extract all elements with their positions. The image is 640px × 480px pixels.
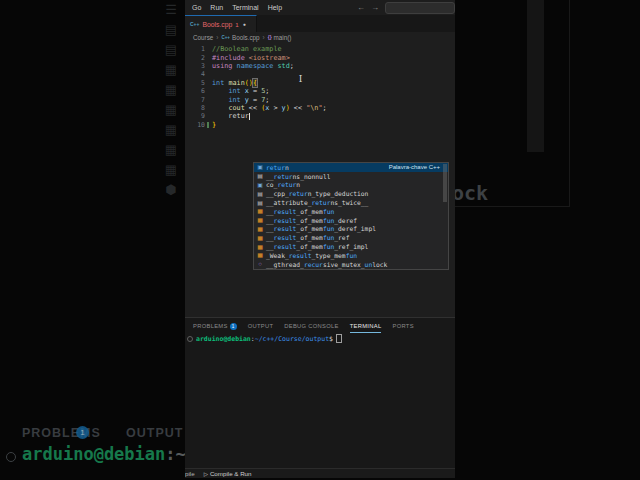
line-number: 3 [185, 62, 205, 70]
problems-badge: 1 [230, 323, 237, 330]
run-triangle-icon: ▷ [204, 471, 208, 477]
suggest-list: ▣returnPalavra-chave C++▤__returns_nonnu… [254, 163, 448, 269]
forward-arrow-icon[interactable]: → [371, 3, 379, 12]
mouse-ibeam-cursor: I [297, 75, 304, 84]
tab-debug-console[interactable]: DEBUG CONSOLE [284, 320, 338, 332]
struct-icon: ▦ [256, 234, 264, 242]
tab-output[interactable]: OUTPUT [248, 320, 274, 332]
terminal-decoration-circle-icon [187, 336, 193, 342]
tab-file-name: Bools.cpp [202, 21, 232, 28]
suggest-item[interactable]: ▦__result_of_memfun_deref_impl [254, 225, 448, 234]
breadcrumb-file[interactable]: Bools.cpp [232, 34, 260, 41]
status-item-partial[interactable]: pile [185, 470, 195, 477]
struct-icon: ▦ [256, 225, 264, 233]
nav-arrows: ← → [357, 2, 455, 14]
code-line[interactable]: 1//Boolean example [185, 45, 455, 53]
code-line[interactable]: 6 int x = 5; [185, 87, 455, 95]
tab-output-label: OUTPUT [248, 323, 274, 329]
line-number: 4 [185, 70, 205, 78]
suggest-item[interactable]: ▤__returns_nonnull [254, 172, 448, 181]
tab-debug-console-label: DEBUG CONSOLE [284, 323, 338, 329]
suggest-item[interactable]: ▦__result_of_memfun [254, 207, 448, 216]
command-center-searchbox[interactable] [385, 2, 455, 14]
suggest-item[interactable]: ▤__attribute_returns_twice__ [254, 198, 448, 207]
code-line[interactable]: 8 cout << (x > y) << "\n"; [185, 104, 455, 112]
editor-caret [249, 113, 250, 121]
ghost-text-fragment: ock [452, 181, 488, 205]
suggest-item[interactable]: ▦__result_of_memfun_ref [254, 233, 448, 242]
autocomplete-popup: ▣returnPalavra-chave C++▤__returns_nonnu… [253, 162, 449, 270]
tab-problems[interactable]: PROBLEMS 1 [193, 320, 237, 332]
menu-run[interactable]: Run [210, 4, 223, 11]
suggest-item[interactable]: ▦_Weak_result_type_memfun [254, 251, 448, 260]
code-line[interactable]: 4 [185, 70, 455, 78]
suggest-item[interactable]: ▦__result_of_memfun_deref [254, 216, 448, 225]
terminal-cursor [336, 334, 342, 343]
keyword-icon: ▣ [256, 163, 264, 171]
modified-dot-icon[interactable]: ● [243, 21, 246, 27]
suggest-item[interactable]: ▦__result_of_memfun_ref_impl [254, 242, 448, 251]
ghost-box-icon: ▤ [156, 40, 186, 60]
struct-icon: ▦ [256, 207, 264, 215]
ghost-grid-icon: ▦ [156, 160, 186, 180]
compile-run-button[interactable]: ▷ Compile & Run [204, 470, 252, 477]
struct-icon: ▦ [256, 243, 264, 251]
struct-icon: ▦ [256, 251, 264, 259]
line-number: 2 [185, 54, 205, 62]
tab-problem-count: 1 [235, 21, 238, 28]
back-arrow-icon[interactable]: ← [357, 3, 365, 12]
code-line[interactable]: 5int main(){ [185, 79, 455, 87]
struct-icon: ▦ [256, 216, 264, 224]
ghost-output-label: OUTPUT [126, 426, 183, 440]
ghost-hamburger-icon: ☰ [156, 0, 186, 20]
tab-ports[interactable]: PORTS [392, 320, 413, 332]
suggest-item-detail: Palavra-chave C++ [389, 164, 448, 170]
cpp-file-icon: C++ [221, 35, 230, 40]
gutter-change-bar [207, 122, 209, 129]
field-icon: ▤ [256, 190, 264, 198]
terminal[interactable]: arduino@debian:~/c++/Course/output$ [187, 334, 342, 343]
tab-terminal[interactable]: TERMINAL [350, 320, 382, 333]
code-lines: 1//Boolean example2#include <iostream>3u… [185, 45, 455, 129]
ghost-grid-icon: ▦ [156, 140, 186, 160]
suggest-item[interactable]: ▣co_return [254, 181, 448, 190]
ghost-terminal-circle-icon [6, 452, 16, 462]
suggest-item[interactable]: ○__gthread_recursive_mutex_unlock [254, 260, 448, 269]
breadcrumb: Course › C++ Bools.cpp › {} main() [185, 32, 455, 42]
code-line[interactable]: 7 int y = 7; [185, 95, 455, 103]
line-number: 9 [185, 112, 205, 120]
terminal-path: ~/c++/Course/output [255, 335, 329, 343]
bottom-panel: PROBLEMS 1 OUTPUT DEBUG CONSOLE TERMINAL… [185, 317, 455, 468]
breadcrumb-folder[interactable]: Course [193, 34, 213, 41]
line-number: 8 [185, 104, 205, 112]
symbol-method-icon: {} [268, 34, 272, 40]
editor-tab-bar: C++ Bools.cpp 1 ● [185, 15, 455, 32]
menu-terminal[interactable]: Terminal [232, 4, 258, 11]
terminal-user: arduino@debian [196, 335, 251, 343]
code-line[interactable]: 10} [185, 121, 455, 129]
chevron-right-icon: › [263, 34, 265, 41]
vscode-window: Go Run Terminal Help ← → C++ Bools.cpp 1… [185, 0, 455, 478]
menu-bar: Go Run Terminal Help ← → [185, 0, 455, 15]
cpp-file-icon: C++ [190, 21, 199, 27]
line-number: 7 [185, 96, 205, 104]
code-line[interactable]: 9 retur [185, 112, 455, 120]
suggest-item[interactable]: ▤__cpp_return_type_deduction [254, 189, 448, 198]
line-number: 1 [185, 45, 205, 53]
code-line[interactable]: 2#include <iostream> [185, 53, 455, 61]
suggest-item[interactable]: ▣returnPalavra-chave C++ [254, 163, 448, 172]
menu-help[interactable]: Help [268, 4, 282, 11]
popup-scrollbar[interactable] [443, 164, 447, 202]
line-number: 6 [185, 87, 205, 95]
tab-bools-cpp[interactable]: C++ Bools.cpp 1 ● [185, 15, 257, 32]
keyword-icon: ▣ [256, 181, 264, 189]
menu-go[interactable]: Go [192, 4, 201, 11]
tab-terminal-label: TERMINAL [350, 323, 382, 329]
ghost-box-icon: ▤ [156, 20, 186, 40]
compile-run-label: Compile & Run [210, 470, 252, 477]
ghost-activity-icons: ☰▤▤▦▦▦▦▦▦⬢ [156, 0, 186, 200]
breadcrumb-symbol[interactable]: main() [274, 34, 292, 41]
code-editor[interactable]: 1//Boolean example2#include <iostream>3u… [185, 42, 455, 317]
code-line[interactable]: 3using namespace std; [185, 62, 455, 70]
ghost-grid-icon: ▦ [156, 60, 186, 80]
